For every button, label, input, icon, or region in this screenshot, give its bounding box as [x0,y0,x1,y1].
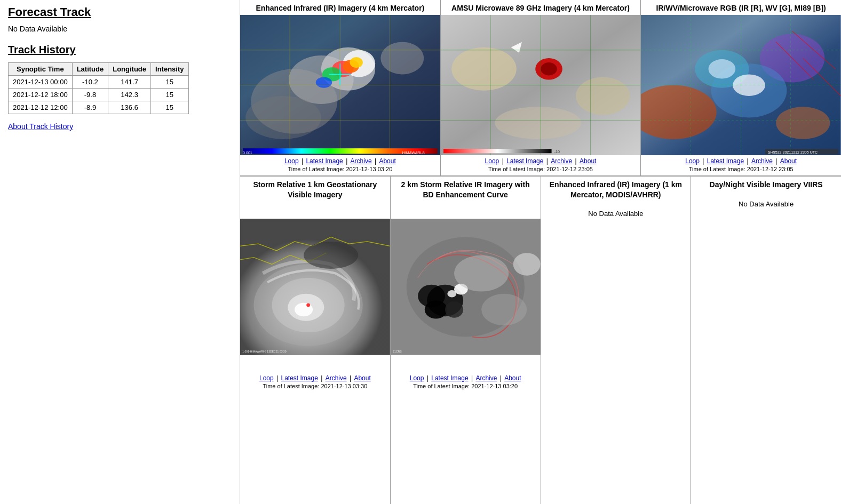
panel-bd-links: Loop | Latest Image | Archive | About [410,372,521,383]
link-bd-latest[interactable]: Latest Image [431,374,468,382]
link-amsu-loop[interactable]: Loop [485,157,499,165]
panel-amsu-time: Time of Latest Image: 2021-12-12 23:05 [488,166,593,175]
link-vis-loop[interactable]: Loop [259,374,274,382]
panel-rgb-title: IR/WV/Microwave RGB (IR [R], WV [G], MI8… [651,0,831,15]
panel-visible-time: Time of Latest Image: 2021-12-13 03:30 [263,383,367,393]
svg-point-27 [576,77,630,115]
col-longitude: Longitude [108,63,151,76]
table-row: 2021-12-12 18:00-9.8142.315 [9,89,189,101]
content-area: Enhanced Infrared (IR) Imagery (4 km Mer… [240,0,841,504]
svg-point-65 [304,242,358,269]
svg-point-10 [316,77,332,88]
svg-point-26 [451,47,517,91]
link-amsu-archive[interactable]: Archive [551,157,572,165]
panel-rgb: IR/WV/Microwave RGB (IR [R], WV [G], MI8… [641,0,841,175]
col-intensity: Intensity [151,63,188,76]
link-bd-about[interactable]: About [504,374,521,382]
visible-image-svg: 1.001-HIMAWARI-8 13DEC21 03:30 [240,202,390,372]
svg-point-8 [350,57,363,68]
svg-point-64 [295,303,313,317]
panel-viirs: Day/Night Visible Imagery VIIRS No Data … [691,177,841,504]
col-synoptic-time: Synoptic Time [9,63,73,76]
panel-modis-title: Enhanced Infrared (IR) Imagery (1 km Mer… [541,177,691,201]
panel-enhanced-ir-links: Loop | Latest Image | Archive | About [284,155,396,166]
link-ir-about[interactable]: About [379,157,395,165]
svg-point-66 [306,303,310,307]
svg-text:-10: -10 [554,150,559,154]
no-data-text: No Data Available [8,25,232,33]
track-history-table: Synoptic Time Latitude Longitude Intensi… [8,62,189,114]
link-rgb-loop[interactable]: Loop [685,157,700,165]
panel-rgb-time: Time of Latest Image: 2021-12-12 23:05 [689,166,794,175]
svg-text:1.001-HIMAWARI-8 13DEC21 03:30: 1.001-HIMAWARI-8 13DEC21 03:30 [242,350,286,353]
panel-rgb-links: Loop | Latest Image | Archive | About [685,155,797,166]
svg-rect-38 [443,149,552,153]
main-layout: Forecast Track No Data Available Track H… [0,0,841,504]
link-rgb-about[interactable]: About [780,157,797,165]
about-track-history-anchor[interactable]: About Track History [8,122,73,131]
table-row: 2021-12-13 00:00-10.2141.715 [9,76,189,89]
panel-enhanced-ir-image: 0.001 HIMAWARI-8 [240,15,440,155]
panel-modis: Enhanced Infrared (IR) Imagery (1 km Mer… [541,177,692,504]
forecast-track-title: Forecast Track [8,5,232,19]
panel-viirs-no-data: No Data Available [731,192,802,216]
svg-point-76 [454,255,509,291]
about-track-history-link[interactable]: About Track History [8,122,232,131]
svg-text:HIMAWARI-8: HIMAWARI-8 [402,151,425,155]
panel-bd-image: 21CRS [391,202,541,372]
amsu-image-svg: -10 [441,15,641,155]
panel-enhanced-ir-title: Enhanced Infrared (IR) Imagery (4 km Mer… [250,0,430,15]
panel-amsu-image: -10 [441,15,641,155]
link-vis-latest[interactable]: Latest Image [281,374,318,382]
panel-visible: Storm Relative 1 km Geostationary Visibl… [240,177,391,504]
link-amsu-latest[interactable]: Latest Image [506,157,543,165]
panel-enhanced-ir: Enhanced Infrared (IR) Imagery (4 km Mer… [240,0,441,175]
svg-point-73 [418,285,445,308]
svg-text:SH9522 20211212 2305 UTC: SH9522 20211212 2305 UTC [768,150,818,155]
svg-point-78 [513,253,540,276]
track-history-title: Track History [8,44,232,56]
svg-point-72 [445,301,463,318]
panel-rgb-image: SH9522 20211212 2305 UTC [641,15,841,155]
link-rgb-latest[interactable]: Latest Image [707,157,744,165]
panel-visible-title: Storm Relative 1 km Geostationary Visibl… [240,177,390,201]
rgb-image-svg: SH9522 20211212 2305 UTC [641,15,841,155]
link-bd-loop[interactable]: Loop [410,374,424,382]
svg-point-11 [245,96,321,139]
link-rgb-archive[interactable]: Archive [751,157,773,165]
link-vis-about[interactable]: About [354,374,370,382]
link-ir-latest[interactable]: Latest Image [306,157,343,165]
panel-visible-links: Loop | Latest Image | Archive | About [259,372,371,383]
bottom-row: Storm Relative 1 km Geostationary Visibl… [240,177,841,504]
svg-text:0.001: 0.001 [243,151,252,155]
panel-amsu-title: AMSU Microwave 89 GHz Imagery (4 km Merc… [446,0,635,15]
panel-viirs-title: Day/Night Visible Imagery VIIRS [704,177,828,191]
col-latitude: Latitude [72,63,108,76]
link-ir-loop[interactable]: Loop [284,157,299,165]
panel-enhanced-ir-time: Time of Latest Image: 2021-12-13 03:20 [288,166,392,175]
svg-point-45 [776,107,830,139]
svg-point-47 [709,59,736,78]
top-row: Enhanced Infrared (IR) Imagery (4 km Mer… [240,0,841,177]
panel-amsu-links: Loop | Latest Image | Archive | About [485,155,597,166]
sidebar: Forecast Track No Data Available Track H… [0,0,240,504]
table-row: 2021-12-12 12:00-8.9136.615 [9,101,189,114]
panel-bd-title: 2 km Storm Relative IR Imagery with BD E… [391,177,541,201]
svg-text:21CRS: 21CRS [393,350,402,353]
panel-visible-image: 1.001-HIMAWARI-8 13DEC21 03:30 [240,202,390,372]
svg-point-12 [380,42,424,75]
svg-point-77 [481,294,527,326]
link-amsu-about[interactable]: About [580,157,596,165]
svg-point-75 [447,290,456,298]
link-bd-archive[interactable]: Archive [475,374,497,382]
svg-point-28 [495,107,581,139]
panel-bd-time: Time of Latest Image: 2021-12-13 03:20 [413,383,518,393]
panel-bd: 2 km Storm Relative IR Imagery with BD E… [391,177,541,504]
bd-image-svg: 21CRS [391,202,541,372]
panel-modis-no-data: No Data Available [580,202,651,226]
link-vis-archive[interactable]: Archive [326,374,347,382]
panel-amsu: AMSU Microwave 89 GHz Imagery (4 km Merc… [441,0,641,175]
svg-point-30 [541,62,557,75]
ir-image-svg: 0.001 HIMAWARI-8 [240,15,440,155]
link-ir-archive[interactable]: Archive [351,157,372,165]
